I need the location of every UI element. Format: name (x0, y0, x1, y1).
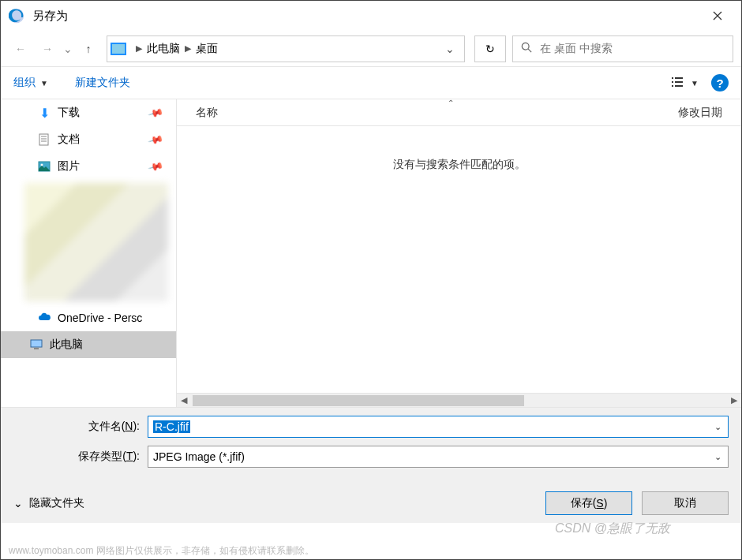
svg-line-2 (528, 49, 531, 52)
file-list-pane: ⌃ 名称 修改日期 没有与搜索条件匹配的项。 ◀ ▶ (176, 99, 741, 407)
address-bar[interactable]: ▶ 此电脑 ▶ 桌面 ⌄ (107, 35, 465, 62)
navigation-bar: ← → ⌄ ↑ ▶ 此电脑 ▶ 桌面 ⌄ ↻ 在 桌面 中搜索 (1, 31, 741, 66)
sidebar-item-documents[interactable]: 文档 📌 (1, 126, 176, 153)
downloads-icon: ⬇ (37, 106, 51, 120)
breadcrumb-current[interactable]: 桌面 (196, 42, 218, 56)
filetype-label: 保存类型(T): (13, 450, 148, 464)
monitor-icon (111, 43, 126, 55)
close-button[interactable] (702, 1, 733, 31)
column-name[interactable]: 名称 (196, 106, 527, 120)
refresh-icon: ↻ (485, 43, 495, 55)
filename-row: 文件名(N): R-C.jfif ⌄ (13, 416, 729, 438)
history-dropdown[interactable]: ⌄ (62, 43, 73, 55)
footer-note: www.toymoban.com 网络图片仅供展示，非存储，如有侵权请联系删除。 (9, 544, 314, 558)
svg-point-1 (522, 43, 529, 50)
scroll-left-icon[interactable]: ◀ (177, 395, 191, 405)
onedrive-icon (37, 311, 51, 325)
chevron-down-icon: ⌄ (13, 497, 23, 510)
new-folder-button[interactable]: 新建文件夹 (75, 76, 130, 90)
chevron-down-icon: ▼ (691, 79, 699, 88)
sidebar-item-this-pc[interactable]: 此电脑 (1, 331, 176, 358)
main-area: ⬇ 下载 📌 文档 📌 图片 📌 OneDrive - Persc (1, 99, 741, 407)
svg-rect-6 (675, 81, 683, 83)
empty-state-message: 没有与搜索条件匹配的项。 (177, 158, 741, 172)
up-button[interactable]: ↑ (77, 37, 100, 61)
chevron-down-icon[interactable]: ⌄ (714, 452, 721, 462)
chevron-down-icon: ▼ (40, 79, 48, 88)
svg-rect-16 (34, 348, 39, 349)
toolbar: 组织 ▼ 新建文件夹 ▼ ? (1, 66, 741, 99)
navigation-pane: ⬇ 下载 📌 文档 📌 图片 📌 OneDrive - Persc (1, 99, 176, 407)
scrollbar-thumb[interactable] (193, 395, 524, 406)
save-button[interactable]: 保存(S) (545, 491, 632, 515)
filetype-value: JPEG Image (*.jfif) (153, 450, 245, 463)
redacted-items (24, 183, 168, 301)
filetype-select[interactable]: JPEG Image (*.jfif) ⌄ (148, 446, 729, 468)
watermark-text: CSDN @急眼了无敌 (555, 521, 670, 537)
refresh-button[interactable]: ↻ (474, 35, 506, 62)
sidebar-item-onedrive[interactable]: OneDrive - Persc (1, 304, 176, 331)
window-title: 另存为 (32, 9, 702, 24)
title-bar: 另存为 (1, 1, 741, 31)
chevron-right-icon: ▶ (136, 43, 142, 54)
sidebar-item-downloads[interactable]: ⬇ 下载 📌 (1, 99, 176, 126)
search-placeholder: 在 桌面 中搜索 (540, 42, 613, 56)
svg-rect-7 (672, 85, 673, 87)
hide-folders-toggle[interactable]: ⌄ 隐藏文件夹 (13, 496, 84, 510)
svg-rect-3 (672, 77, 673, 79)
save-fields: 文件名(N): R-C.jfif ⌄ 保存类型(T): JPEG Image (… (1, 407, 741, 480)
forward-button[interactable]: → (36, 37, 59, 61)
column-date-modified[interactable]: 修改日期 (670, 106, 722, 120)
filename-label: 文件名(N): (13, 420, 148, 434)
svg-rect-5 (672, 81, 673, 83)
filetype-row: 保存类型(T): JPEG Image (*.jfif) ⌄ (13, 446, 729, 468)
search-input[interactable]: 在 桌面 中搜索 (512, 35, 733, 62)
documents-icon (37, 133, 51, 147)
pictures-icon (37, 159, 51, 174)
edge-icon (9, 8, 24, 24)
chevron-down-icon[interactable]: ⌄ (714, 422, 721, 432)
sort-indicator-icon: ⌃ (448, 99, 454, 107)
breadcrumb-root[interactable]: 此电脑 (147, 42, 180, 56)
pin-icon: 📌 (147, 105, 163, 121)
help-button[interactable]: ? (711, 74, 729, 91)
chevron-right-icon: ▶ (185, 43, 191, 54)
pin-icon: 📌 (147, 132, 163, 148)
back-button[interactable]: ← (9, 37, 32, 61)
filename-value: R-C.jfif (153, 420, 190, 433)
svg-rect-8 (675, 85, 683, 87)
svg-rect-4 (675, 77, 683, 79)
scroll-right-icon[interactable]: ▶ (727, 395, 741, 405)
search-icon (521, 42, 532, 55)
horizontal-scrollbar[interactable]: ◀ ▶ (177, 393, 741, 407)
filename-input[interactable]: R-C.jfif ⌄ (148, 416, 729, 438)
cancel-button[interactable]: 取消 (642, 491, 729, 515)
view-icon (672, 77, 688, 89)
column-headers: ⌃ 名称 修改日期 (177, 99, 741, 126)
this-pc-icon (29, 338, 43, 352)
svg-rect-9 (39, 134, 48, 145)
svg-rect-15 (31, 340, 42, 347)
sidebar-item-pictures[interactable]: 图片 📌 (1, 153, 176, 180)
address-dropdown[interactable]: ⌄ (439, 43, 461, 55)
dialog-footer: ⌄ 隐藏文件夹 保存(S) 取消 (1, 480, 741, 523)
view-options-button[interactable]: ▼ (672, 77, 699, 89)
organize-button[interactable]: 组织 ▼ (13, 76, 48, 90)
pin-icon: 📌 (147, 159, 163, 175)
